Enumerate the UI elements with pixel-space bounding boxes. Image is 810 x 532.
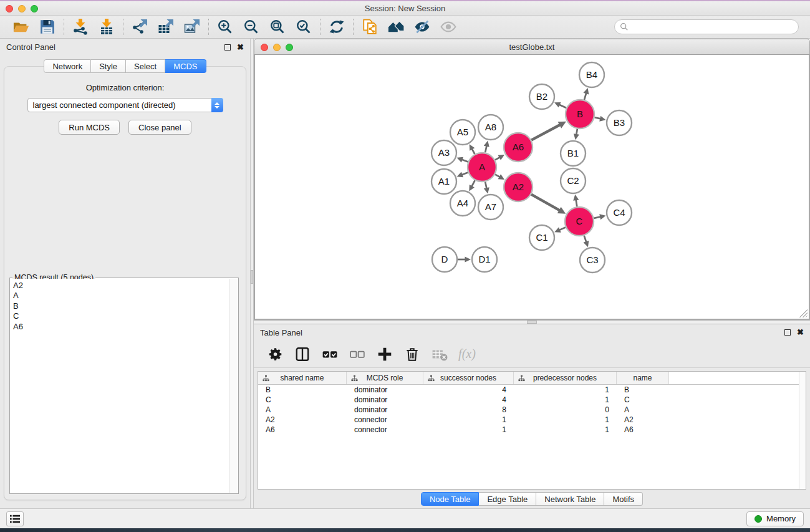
- tab-network[interactable]: Network: [44, 59, 91, 73]
- column-header-successor-nodes[interactable]: successor nodes: [423, 372, 514, 384]
- graph-node-A[interactable]: A: [468, 153, 496, 181]
- minimize-window-button[interactable]: [18, 5, 26, 12]
- graph-node-C[interactable]: C: [565, 207, 594, 236]
- graph-node-C3[interactable]: C3: [580, 248, 605, 273]
- export-table-button[interactable]: [156, 17, 176, 36]
- edge-B-B2[interactable]: [554, 102, 566, 108]
- edge-A-A2[interactable]: [495, 174, 504, 180]
- float-panel-icon[interactable]: [784, 329, 791, 336]
- memory-button[interactable]: Memory: [746, 511, 804, 526]
- tab-edge-table[interactable]: Edge Table: [479, 492, 536, 506]
- table-row[interactable]: Adominator80A: [258, 405, 806, 415]
- mcds-result-item[interactable]: A: [13, 291, 229, 301]
- panel-splitter-horizontal[interactable]: [254, 320, 810, 324]
- graph-node-A4[interactable]: A4: [450, 191, 475, 216]
- export-image-button[interactable]: [182, 17, 202, 36]
- edge-B-B4[interactable]: [584, 88, 589, 100]
- splitter-handle[interactable]: [527, 321, 537, 324]
- edge-A-A3[interactable]: [457, 157, 468, 163]
- save-session-button[interactable]: [37, 17, 57, 36]
- graph-node-C1[interactable]: C1: [529, 225, 554, 250]
- graph-node-B[interactable]: B: [566, 100, 594, 128]
- zoom-out-button[interactable]: [241, 17, 261, 36]
- settings-button[interactable]: [266, 346, 284, 363]
- edge-B-B1[interactable]: [574, 129, 579, 140]
- tab-mcds[interactable]: MCDS: [165, 59, 206, 73]
- search-box[interactable]: [614, 19, 799, 34]
- tab-style[interactable]: Style: [91, 59, 126, 73]
- mcds-result-item[interactable]: B: [13, 301, 229, 311]
- zoom-fit-button[interactable]: [268, 17, 287, 36]
- graph-node-A8[interactable]: A8: [478, 115, 503, 140]
- mcds-result-item[interactable]: C: [13, 311, 229, 321]
- edge-A-A5[interactable]: [470, 144, 475, 154]
- deselect-all-button[interactable]: [349, 346, 366, 363]
- show-details-button[interactable]: [438, 17, 458, 36]
- graph-node-A1[interactable]: A1: [432, 169, 456, 194]
- add-row-button[interactable]: [376, 346, 393, 363]
- export-network-button[interactable]: [130, 17, 150, 36]
- home-button[interactable]: [386, 17, 406, 36]
- hide-details-button[interactable]: [412, 17, 432, 36]
- delete-row-button[interactable]: [403, 346, 421, 363]
- edge-A-A6[interactable]: [495, 155, 504, 160]
- table-row[interactable]: A6connector11A6: [258, 425, 806, 435]
- network-close-button[interactable]: [261, 44, 268, 51]
- graph-node-B2[interactable]: B2: [529, 84, 554, 109]
- graph-node-D1[interactable]: D1: [472, 247, 497, 272]
- edge-B-B3[interactable]: [594, 116, 605, 122]
- close-window-button[interactable]: [6, 5, 13, 12]
- zoom-in-button[interactable]: [215, 17, 235, 36]
- network-maximize-button[interactable]: [286, 44, 293, 51]
- graph-node-B1[interactable]: B1: [561, 141, 586, 166]
- close-panel-button[interactable]: Close panel: [128, 120, 191, 135]
- graph-node-D[interactable]: D: [432, 247, 457, 272]
- search-input[interactable]: [632, 22, 793, 31]
- column-header-predecessor-nodes[interactable]: predecessor nodes: [514, 372, 617, 384]
- task-history-button[interactable]: [6, 511, 24, 526]
- apply-layout-button[interactable]: [327, 17, 347, 36]
- graph-node-C4[interactable]: C4: [607, 200, 632, 225]
- edge-A6-B[interactable]: [531, 122, 566, 140]
- edge-C-C1[interactable]: [554, 227, 566, 232]
- edge-A-A7[interactable]: [484, 181, 489, 193]
- edge-C-C2[interactable]: [573, 195, 579, 207]
- float-panel-icon[interactable]: [224, 44, 231, 51]
- result-scrollbar[interactable]: [229, 279, 238, 493]
- graph-node-A7[interactable]: A7: [478, 195, 503, 220]
- network-minimize-button[interactable]: [273, 44, 281, 51]
- edge-A-A4[interactable]: [469, 180, 475, 191]
- table-row[interactable]: Bdominator41B: [258, 385, 806, 395]
- tab-node-table[interactable]: Node Table: [421, 492, 480, 506]
- network-canvas[interactable]: AA1A2A3A4A5A6A7A8BB1B2B3B4CC1C2C3C4DD1: [254, 55, 810, 320]
- import-network-button[interactable]: [70, 17, 90, 36]
- edge-A-A8[interactable]: [484, 140, 489, 152]
- table-row[interactable]: Cdominator41C: [258, 395, 806, 405]
- function-builder-button[interactable]: f(x): [458, 346, 476, 363]
- table-row[interactable]: A2connector11A2: [258, 415, 806, 425]
- close-panel-icon[interactable]: ✖: [237, 44, 244, 51]
- tab-motifs[interactable]: Motifs: [604, 492, 643, 506]
- network-window-titlebar[interactable]: testGlobe.txt: [254, 39, 810, 55]
- graph-node-B4[interactable]: B4: [579, 62, 604, 87]
- edge-D-D1[interactable]: [458, 256, 471, 262]
- graph-node-A6[interactable]: A6: [504, 133, 533, 162]
- optimization-criterion-select[interactable]: largest connected component (directed): [27, 98, 223, 112]
- column-header-mcds-role[interactable]: MCDS role: [347, 372, 423, 384]
- mcds-result-item[interactable]: A6: [13, 322, 229, 332]
- run-mcds-button[interactable]: Run MCDS: [59, 120, 120, 135]
- mcds-result-item[interactable]: A2: [13, 281, 229, 291]
- zoom-selected-button[interactable]: [294, 17, 314, 36]
- edge-C-C3[interactable]: [584, 236, 589, 247]
- delete-table-button[interactable]: [431, 346, 448, 363]
- import-table-button[interactable]: [97, 17, 117, 36]
- graph-node-C2[interactable]: C2: [561, 168, 586, 193]
- edge-A-A1[interactable]: [457, 172, 468, 178]
- column-header-shared-name[interactable]: shared name: [258, 372, 347, 384]
- column-header-name[interactable]: name: [617, 372, 669, 384]
- close-panel-icon[interactable]: ✖: [797, 329, 804, 336]
- tab-network-table[interactable]: Network Table: [536, 492, 604, 506]
- graph-node-A5[interactable]: A5: [450, 120, 475, 145]
- duplicate-network-button[interactable]: [360, 17, 380, 36]
- edge-C-C4[interactable]: [594, 214, 605, 220]
